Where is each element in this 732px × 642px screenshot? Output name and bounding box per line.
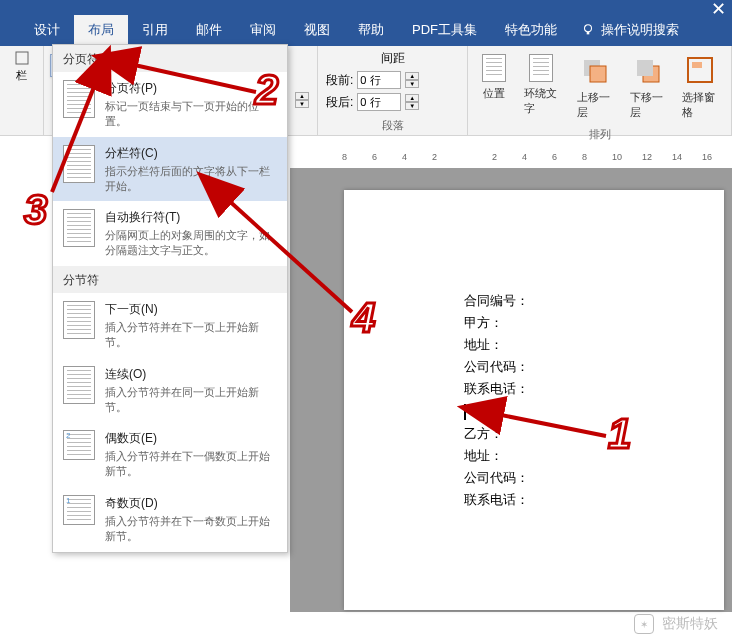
ruler-tick: 2 [492, 152, 497, 162]
bulb-icon [581, 23, 595, 37]
ruler-tick: 8 [582, 152, 587, 162]
annotation-3: 3 [24, 186, 47, 234]
svg-rect-2 [16, 52, 28, 64]
document-line[interactable]: 地址： [464, 445, 704, 467]
ribbon-tabs: 设计 布局 引用 邮件 审阅 视图 帮助 PDF工具集 特色功能 操作说明搜索 [0, 14, 732, 46]
position-button[interactable]: 位置 [476, 50, 512, 105]
tab-view[interactable]: 视图 [290, 15, 344, 45]
horizontal-ruler[interactable]: 8642246810121416 [330, 148, 732, 166]
tell-me-search[interactable]: 操作说明搜索 [581, 21, 679, 39]
svg-rect-6 [590, 66, 606, 82]
ruler-tick: 8 [342, 152, 347, 162]
svg-rect-9 [688, 58, 712, 82]
annotation-1: 1 [608, 410, 631, 458]
ruler-tick: 6 [372, 152, 377, 162]
indent-left-spinner[interactable]: ▲▼ [295, 92, 309, 108]
document-line[interactable]: 公司代码： [464, 467, 704, 489]
breaks-menu: 分页符 分页符(P) 标记一页结束与下一页开始的位置。 分栏符(C) 指示分栏符… [52, 44, 288, 553]
document-line[interactable] [464, 400, 704, 422]
svg-point-0 [585, 25, 592, 32]
tab-mailings[interactable]: 邮件 [182, 15, 236, 45]
ruler-tick: 14 [672, 152, 682, 162]
menu-item-column-break[interactable]: 分栏符(C) 指示分栏符后面的文字将从下一栏开始。 [53, 137, 287, 202]
after-label: 段后: [326, 94, 353, 111]
tab-layout[interactable]: 布局 [74, 15, 128, 45]
document-line[interactable]: 乙方： [464, 423, 704, 445]
ruler-tick: 10 [612, 152, 622, 162]
svg-rect-10 [692, 62, 702, 68]
document-line[interactable]: 公司代码： [464, 356, 704, 378]
after-spinner[interactable]: ▲▼ [405, 94, 419, 110]
document-line[interactable]: 地址： [464, 334, 704, 356]
tab-pdftools[interactable]: PDF工具集 [398, 15, 491, 45]
ruler-tick: 2 [432, 152, 437, 162]
spacing-label: 间距 [326, 50, 459, 67]
menu-item-text-wrapping-break[interactable]: 自动换行符(T) 分隔网页上的对象周围的文字，如分隔题注文字与正文。 [53, 201, 287, 266]
annotation-2: 2 [255, 66, 278, 114]
spacing-before-input[interactable] [357, 71, 401, 89]
page-breaks-header: 分页符 [53, 45, 287, 72]
search-label: 操作说明搜索 [601, 21, 679, 39]
send-backward-button[interactable]: 下移一层 [624, 50, 671, 124]
document-line[interactable]: 合同编号： [464, 290, 704, 312]
ruler-tick: 6 [552, 152, 557, 162]
tab-special[interactable]: 特色功能 [491, 15, 571, 45]
svg-rect-1 [587, 32, 590, 35]
watermark: ✶ 密斯特妖 [634, 614, 718, 634]
arrange-group-label: 排列 [476, 124, 723, 142]
wechat-icon: ✶ [634, 614, 654, 634]
menu-item-continuous[interactable]: 连续(O) 插入分节符并在同一页上开始新节。 [53, 358, 287, 423]
close-icon[interactable]: ✕ [711, 0, 726, 20]
paragraph-group-label: 段落 [326, 115, 459, 133]
document-line[interactable]: 甲方： [464, 312, 704, 334]
selection-pane-button[interactable]: 选择窗格 [676, 50, 723, 124]
before-label: 段前: [326, 72, 353, 89]
document-page[interactable]: 合同编号：甲方：地址：公司代码：联系电话：乙方：地址：公司代码：联系电话： [344, 190, 724, 610]
ruler-tick: 12 [642, 152, 652, 162]
spacing-after-input[interactable] [357, 93, 401, 111]
menu-item-odd-page[interactable]: 1 奇数页(D) 插入分节符并在下一奇数页上开始新节。 [53, 487, 287, 552]
annotation-4: 4 [352, 294, 375, 342]
wrap-text-button[interactable]: 环绕文字 [518, 50, 565, 120]
menu-item-next-page[interactable]: 下一页(N) 插入分节符并在下一页上开始新节。 [53, 293, 287, 358]
menu-item-page-break[interactable]: 分页符(P) 标记一页结束与下一页开始的位置。 [53, 72, 287, 137]
menu-item-even-page[interactable]: 2 偶数页(E) 插入分节符并在下一偶数页上开始新节。 [53, 422, 287, 487]
bring-forward-button[interactable]: 上移一层 [571, 50, 618, 124]
tab-help[interactable]: 帮助 [344, 15, 398, 45]
document-line[interactable]: 联系电话： [464, 489, 704, 511]
ruler-tick: 4 [402, 152, 407, 162]
columns-button[interactable]: 栏 [16, 68, 27, 83]
document-line[interactable]: 联系电话： [464, 378, 704, 400]
section-breaks-header: 分节符 [53, 266, 287, 293]
before-spinner[interactable]: ▲▼ [405, 72, 419, 88]
tab-design[interactable]: 设计 [20, 15, 74, 45]
document-body[interactable]: 合同编号：甲方：地址：公司代码：联系电话：乙方：地址：公司代码：联系电话： [464, 290, 704, 511]
tab-review[interactable]: 审阅 [236, 15, 290, 45]
text-direction-icon[interactable] [14, 50, 30, 66]
svg-rect-8 [637, 60, 653, 76]
tab-references[interactable]: 引用 [128, 15, 182, 45]
ruler-tick: 4 [522, 152, 527, 162]
ruler-tick: 16 [702, 152, 712, 162]
